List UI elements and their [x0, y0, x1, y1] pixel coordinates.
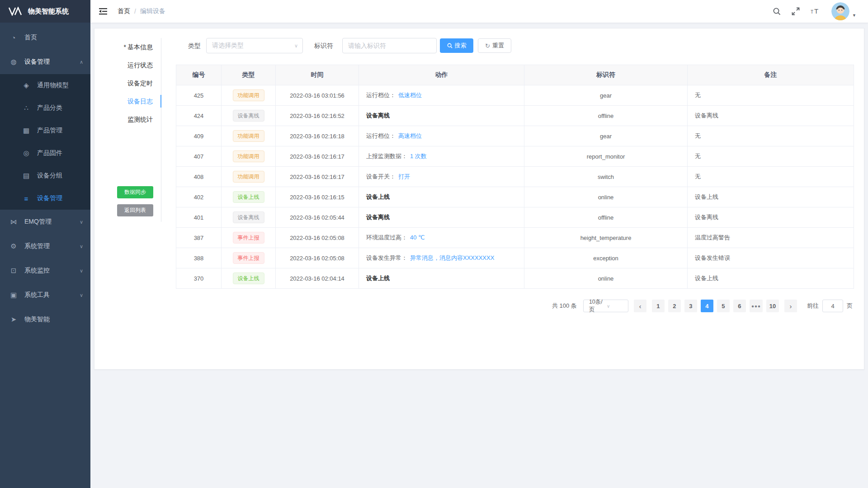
- log-id-cell: 401: [176, 207, 222, 228]
- tab-monitor-stats[interactable]: 监测统计: [94, 110, 161, 128]
- logo-icon: [8, 7, 24, 16]
- sidebar-item-thing-model[interactable]: 通用物模型: [0, 74, 90, 97]
- sidebar-item-emq[interactable]: EMQ管理: [0, 210, 90, 234]
- page-button-6[interactable]: 6: [733, 300, 746, 312]
- sidebar-collapse-icon[interactable]: [99, 7, 108, 15]
- sidebar-item-system-tools[interactable]: 系统工具: [0, 283, 90, 307]
- chevron-down-icon: [80, 219, 83, 225]
- breadcrumb: 首页 / 编辑设备: [118, 7, 165, 15]
- goto-page: 前往 页: [807, 300, 853, 312]
- sidebar-item-product-management[interactable]: 产品管理: [0, 119, 90, 142]
- sidebar-item-system-management[interactable]: 系统管理: [0, 234, 90, 258]
- log-type-tag: 事件上报: [233, 232, 264, 244]
- search-icon: [447, 43, 453, 48]
- sidebar-item-home[interactable]: 首页: [0, 25, 90, 50]
- log-type-tag: 事件上报: [233, 252, 264, 264]
- page-ellipsis[interactable]: ●●●: [750, 300, 763, 312]
- sidebar-item-device-group[interactable]: 设备分组: [0, 164, 90, 187]
- type-select[interactable]: 请选择类型: [206, 38, 303, 53]
- page-button-10[interactable]: 10: [766, 300, 779, 312]
- user-menu[interactable]: ▼: [831, 2, 856, 20]
- page-buttons: 1 2 3 4 5 6 ●●● 10: [652, 300, 779, 312]
- chevron-down-icon: [80, 244, 83, 249]
- sidebar-item-product-category[interactable]: 产品分类: [0, 97, 90, 119]
- log-type-cell: 事件上报: [222, 228, 276, 248]
- back-to-list-button[interactable]: 返回列表: [117, 204, 153, 216]
- log-note-cell: 设备发生错误: [688, 248, 854, 268]
- list-icon: [22, 195, 31, 202]
- search-button[interactable]: 搜索: [440, 38, 473, 53]
- identifier-input[interactable]: [342, 38, 437, 53]
- chevron-down-icon: [80, 292, 83, 298]
- page-button-3[interactable]: 3: [684, 300, 697, 312]
- log-type-tag: 功能调用: [233, 171, 264, 183]
- reset-button[interactable]: 重置: [478, 38, 511, 53]
- log-time-cell: 2022-03-16 02:16:15: [276, 187, 359, 207]
- action-text: 设备开关：: [366, 173, 396, 180]
- table-row: 401 设备离线 2022-03-16 02:05:44 设备离线 offlin…: [176, 207, 854, 228]
- log-type-cell: 事件上报: [222, 248, 276, 268]
- device-detail-card: *基本信息 运行状态 设备定时 设备日志 监测统计 数据同步 返回列表: [94, 28, 864, 370]
- goto-label: 前往: [807, 302, 819, 310]
- search-icon[interactable]: [773, 7, 781, 15]
- page-size-value: 10条/页: [589, 298, 607, 314]
- identifier-filter-label: 标识符: [314, 38, 333, 53]
- table-row: 388 事件上报 2022-03-16 02:05:08 设备发生异常：异常消息…: [176, 248, 854, 268]
- action-value-link[interactable]: 打开: [398, 173, 410, 180]
- page-button-2[interactable]: 2: [668, 300, 681, 312]
- pagination-total: 共 100 条: [552, 302, 577, 310]
- page-button-4[interactable]: 4: [701, 300, 713, 312]
- avatar[interactable]: [831, 2, 849, 20]
- table-row: 408 功能调用 2022-03-16 02:16:17 设备开关：打开 swi…: [176, 167, 854, 187]
- action-value-link[interactable]: 低速档位: [398, 92, 422, 99]
- log-note-cell: 无: [688, 126, 854, 146]
- log-id-cell: 409: [176, 126, 222, 146]
- monitor-icon: [9, 267, 18, 275]
- tab-device-timer[interactable]: 设备定时: [94, 74, 161, 92]
- data-sync-button[interactable]: 数据同步: [117, 186, 153, 198]
- tab-device-log[interactable]: 设备日志: [94, 92, 161, 110]
- tab-running-status[interactable]: 运行状态: [94, 56, 161, 74]
- svg-text:T: T: [814, 7, 818, 15]
- goto-page-input[interactable]: [822, 300, 843, 312]
- action-text: 设备发生异常：: [366, 254, 407, 261]
- log-action-cell: 运行档位：高速档位: [359, 126, 524, 146]
- app-title: 物美智能系统: [28, 7, 69, 16]
- log-identifier-cell: online: [524, 268, 688, 289]
- action-value-link[interactable]: 高速档位: [398, 132, 422, 139]
- page-size-select[interactable]: 10条/页: [583, 300, 628, 312]
- log-time-cell: 2022-03-16 02:05:08: [276, 248, 359, 268]
- sidebar-item-device-management[interactable]: 设备管理: [0, 50, 90, 74]
- log-type-cell: 设备离线: [222, 106, 276, 126]
- next-page-button[interactable]: ›: [784, 300, 797, 312]
- action-value-link[interactable]: 异常消息，消息内容XXXXXXXX: [410, 254, 494, 261]
- sidebar-item-label: 通用物模型: [37, 81, 90, 89]
- font-size-icon[interactable]: T T: [811, 7, 821, 15]
- action-value-link[interactable]: 1 次数: [410, 153, 427, 160]
- action-value-link[interactable]: 40 ℃: [410, 234, 425, 241]
- page-button-5[interactable]: 5: [717, 300, 730, 312]
- log-action-cell: 设备开关：打开: [359, 167, 524, 187]
- fullscreen-icon[interactable]: [792, 7, 800, 15]
- log-action-cell: 设备发生异常：异常消息，消息内容XXXXXXXX: [359, 248, 524, 268]
- log-note-cell: 设备上线: [688, 268, 854, 289]
- cube-icon: [22, 81, 31, 89]
- tab-label: 运行状态: [127, 61, 153, 69]
- log-action-cell: 环境温度过高：40 ℃: [359, 228, 524, 248]
- sidebar-item-wumei-smart[interactable]: 物美智能: [0, 307, 90, 332]
- log-id-cell: 402: [176, 187, 222, 207]
- log-action-cell: 运行档位：低速档位: [359, 85, 524, 106]
- sidebar-item-device-list[interactable]: 设备管理: [0, 187, 90, 210]
- column-header: 标识符: [524, 65, 688, 85]
- column-header: 编号: [176, 65, 222, 85]
- log-action-cell: 设备上线: [359, 187, 524, 207]
- log-type-cell: 功能调用: [222, 146, 276, 167]
- log-type-cell: 功能调用: [222, 85, 276, 106]
- goto-suffix: 页: [847, 302, 853, 310]
- sidebar-item-product-firmware[interactable]: 产品固件: [0, 142, 90, 164]
- sidebar-item-system-monitor[interactable]: 系统监控: [0, 258, 90, 283]
- prev-page-button[interactable]: ‹: [634, 300, 646, 312]
- breadcrumb-home[interactable]: 首页: [118, 7, 130, 15]
- page-button-1[interactable]: 1: [652, 300, 665, 312]
- log-identifier-cell: report_monitor: [524, 146, 688, 167]
